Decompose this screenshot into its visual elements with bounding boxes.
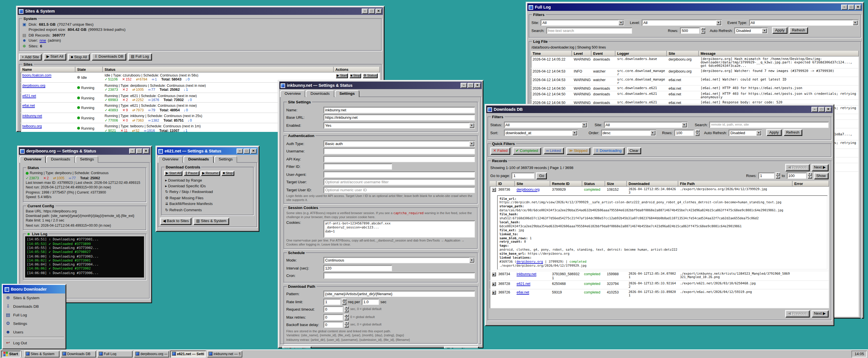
sites-system-button[interactable]: ▤ Sites & System [193,218,229,225]
interval-input[interactable]: 120 [323,265,392,271]
chevron-down-icon[interactable]: ▼ [716,20,721,25]
record-row[interactable]: ▶ 369726 e6ai.net 59319 completed 410253… [490,289,829,297]
close-button[interactable]: ✕ [825,107,831,112]
sort-select[interactable]: downloaded_at▼ [504,129,578,136]
minimize-button[interactable]: – [811,107,818,112]
log-row[interactable]: 2026-04-12 14:04:50 WARNING downloads sr… [531,91,859,100]
rows-input[interactable]: 100 [674,129,694,136]
action-item[interactable]: ⇊ Backfill/Restore Manifests [164,201,251,207]
order-select[interactable]: desc▼ [601,129,656,136]
request-timeout-input[interactable]: 0 [323,306,343,312]
expand-button[interactable]: ▶ [491,272,496,276]
retries-spinner[interactable]: ▲▼ [344,314,348,320]
expand-button[interactable]: ▶ [491,282,496,286]
back-to-sites-button[interactable]: ◀ Back to Sites [160,218,192,225]
next-button[interactable]: Next ▶ [811,164,829,171]
tab-downloads[interactable]: Downloads [306,90,334,97]
collapse-button[interactable]: ▼ [491,187,496,192]
cron-input[interactable] [323,272,475,279]
tab-settings[interactable]: Settings [335,90,360,97]
log-row[interactable]: 2026-04-12 14:05:22 WARNING downloads sr… [531,56,859,68]
start-menu-item[interactable]: ⚙ Settings [3,319,65,328]
chevron-down-icon[interactable]: ▼ [650,130,655,135]
target-user-id-input[interactable]: Optional numeric user ID [323,187,475,193]
save-changes-button[interactable]: ▣ Save Changes [444,346,479,348]
goto-page-input[interactable]: 1 [512,172,534,179]
record-row[interactable]: ▶ 369728 e621.net 6250468 completed 3237… [490,280,829,289]
minimize-button[interactable]: – [362,8,368,14]
log-row[interactable]: 2026-04-12 14:04:50 WARNING downloads sr… [531,85,859,91]
auth-type-select[interactable]: Basic auth▼ [323,140,475,147]
rate-limit-input[interactable]: 1 [323,298,341,304]
action-item[interactable]: ▸ Download Specific IDs [164,183,251,189]
close-button[interactable]: ✕ [375,8,382,14]
rows-spinner[interactable]: ▲▼ [695,129,700,136]
rows-to-input[interactable]: 100 [786,172,806,179]
taskbar-window-button[interactable]: Downloads DB [60,350,96,357]
site-link[interactable]: derpibooru.org [22,84,45,87]
start-button[interactable]: Start [1,350,20,357]
start-all-button[interactable]: ▶ Start All [164,171,183,176]
chevron-down-icon[interactable]: ▼ [762,28,767,33]
stop-all-button[interactable]: ■ Stop All [68,54,90,60]
maximize-button[interactable]: □ [243,149,250,154]
maximize-button[interactable]: □ [818,107,825,112]
minimize-button[interactable]: – [461,83,467,88]
clock[interactable]: 14:05 [855,352,864,356]
max-retries-input[interactable]: 0 [323,314,343,320]
minimize-button[interactable]: – [129,149,135,154]
close-button[interactable]: ✕ [143,149,149,154]
mode-select[interactable]: Continuous▼ [323,257,475,263]
tab-overview[interactable]: Overview [158,156,183,163]
close-button[interactable]: ✕ [855,5,861,10]
quick-filter-button[interactable]: ✔ Completed [513,147,541,155]
backoff-spinner[interactable]: ▲▼ [344,321,348,328]
status-select[interactable]: All▼ [504,121,587,128]
minimize-button[interactable]: – [841,5,847,10]
quick-filter-button[interactable]: ⇩ Downloading [593,147,624,155]
next-button[interactable]: Next ▶ [811,310,829,317]
refresh-button[interactable]: Refresh [789,27,808,34]
auto-refresh-select[interactable]: Disabled▼ [729,129,762,136]
target-user-input[interactable]: Optional artist/account username filter [323,179,475,185]
go-button[interactable]: Go [536,172,547,179]
record-row[interactable]: ▶ 369734 inkbunny.net 3791960_5869321 co… [490,271,829,280]
start-all-button[interactable]: ▶ Start All [44,53,66,61]
delete-site-button[interactable]: ✕ Delete Site [282,346,311,348]
chevron-down-icon[interactable]: ▼ [852,20,858,25]
tab-downloads[interactable]: Downloads [184,156,214,163]
site-link[interactable]: e6ai.net [22,104,35,108]
level-select[interactable]: All▼ [642,19,722,25]
chevron-down-icon[interactable]: ▼ [469,258,474,263]
pattern-input[interactable]: {site_name}/Artists/{artist_dir}/{filena… [323,291,475,297]
previous-button[interactable]: ◀ Previous [785,310,809,317]
log-row[interactable]: 2026-04-12 14:04:53 WARNING watcher src.… [531,77,859,85]
rate-spinner[interactable]: ▲▼ [342,298,346,304]
maximize-button[interactable]: □ [848,5,854,10]
maximize-button[interactable]: □ [136,149,142,154]
auto-refresh-select[interactable]: Disabled▼ [735,27,768,33]
record-row[interactable]: ▼ 369736 derpibooru.org 3799929 complete… [490,187,829,194]
previous-button[interactable]: ◀ Previous [785,164,809,171]
start-menu-item[interactable]: ▤ Full Log [3,311,65,319]
quick-filter-button[interactable]: ∞ Linked [543,147,564,154]
resume-button[interactable]: ▶ Resume [200,171,220,176]
quick-filter-button[interactable]: Clear [627,147,642,154]
action-item[interactable]: ⚙ Repair Missing Files [164,195,251,201]
chevron-down-icon[interactable]: ▼ [469,141,474,146]
chevron-down-icon[interactable]: ▼ [756,130,762,135]
minimize-button[interactable]: – [237,149,243,154]
chevron-down-icon[interactable]: ▼ [582,122,587,127]
site-link[interactable]: derpibooru.org [517,260,543,263]
chevron-down-icon[interactable]: ▼ [618,20,623,25]
current-user[interactable]: nne [40,38,46,43]
rows-spinner[interactable]: ▲▼ [701,27,705,33]
site-select[interactable]: All▼ [604,121,687,128]
rate-seconds-input[interactable]: 1.0 [362,298,379,304]
close-button[interactable]: ✕ [474,83,480,88]
timeout-spinner[interactable]: ▲▼ [344,306,348,312]
api-key-input[interactable] [323,156,475,162]
live-log-terminal[interactable]: [14:05:51] ⇩ Downloading #3773901...[14:… [25,237,144,278]
site-link[interactable]: e621.net [22,93,36,97]
apply-button[interactable]: Apply [772,27,787,34]
